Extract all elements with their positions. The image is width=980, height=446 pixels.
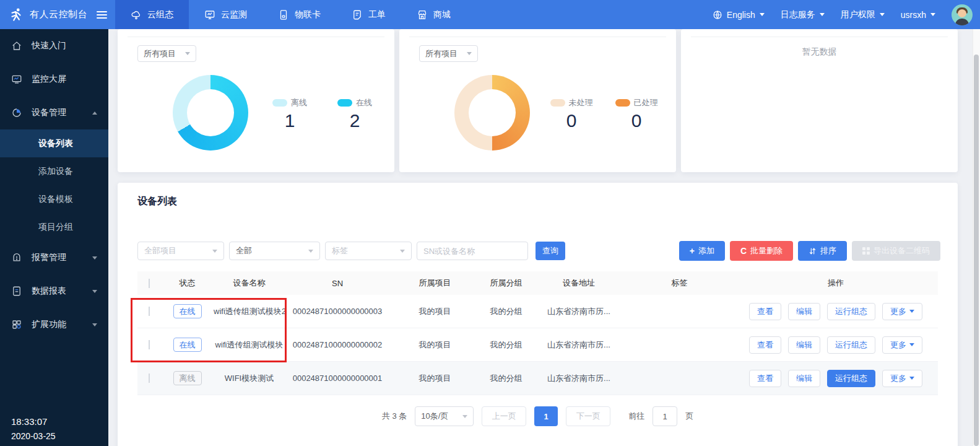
view-button[interactable]: 查看 bbox=[749, 336, 781, 354]
account-menu[interactable]: usrsxh bbox=[901, 10, 935, 20]
panel-title: 设备列表 bbox=[137, 195, 177, 208]
device-table: 状态 设备名称 SN 所属项目 所属分组 设备地址 标签 操作 在线 wifi透… bbox=[137, 271, 938, 395]
tag-select[interactable]: 标签 bbox=[325, 242, 412, 260]
plus-icon: + bbox=[690, 246, 695, 256]
device-status-card: 所有项目 离线 1 在线 2 bbox=[118, 29, 394, 172]
scope-select[interactable]: 全部 bbox=[229, 242, 320, 260]
run-config-button[interactable]: 运行组态 bbox=[827, 336, 875, 354]
edit-button[interactable]: 编辑 bbox=[788, 336, 820, 354]
table-row: 在线 wifi透传组测试模块2 00024871000000000003 我的项… bbox=[137, 295, 938, 328]
alarm-icon bbox=[11, 252, 22, 263]
legend-processed: 已处理 0 bbox=[612, 97, 661, 131]
more-label: 更多 bbox=[890, 306, 906, 317]
chevron-down-icon bbox=[760, 13, 765, 16]
project-filter-value: 所有项目 bbox=[144, 48, 176, 59]
online-count: 2 bbox=[350, 110, 360, 131]
run-config-button[interactable]: 运行组态 bbox=[827, 303, 875, 320]
scrollbar-track[interactable] bbox=[973, 29, 980, 446]
sidebar-subitem-add-device[interactable]: 添加设备 bbox=[0, 157, 108, 185]
sidebar-item-alarm-manage[interactable]: 报警管理 bbox=[0, 241, 108, 274]
select-all-checkbox[interactable] bbox=[149, 279, 150, 288]
card-divider bbox=[128, 37, 384, 37]
row-checkbox[interactable] bbox=[149, 374, 150, 383]
nav-tab-work-order[interactable]: 工单 bbox=[336, 0, 401, 29]
sidebar-item-extensions[interactable]: 扩展功能 bbox=[0, 308, 108, 341]
nav-tabs: 云组态 云监测 物联卡 工单 bbox=[115, 0, 466, 29]
project-select[interactable]: 全部项目 bbox=[137, 242, 224, 260]
device-list-panel: 设备列表 全部项目 全部 标签 查询 + 添加 C bbox=[118, 183, 958, 446]
current-page-button[interactable]: 1 bbox=[534, 406, 558, 426]
sidebar-item-device-manage[interactable]: 设备管理 bbox=[0, 96, 108, 129]
add-button[interactable]: + 添加 bbox=[679, 241, 725, 261]
edit-button[interactable]: 编辑 bbox=[788, 303, 820, 320]
sidebar-subitem-label: 项目分组 bbox=[38, 222, 73, 233]
export-qr-button[interactable]: 导出设备二维码 bbox=[852, 241, 940, 261]
device-address: 山东省济南市历... bbox=[532, 339, 625, 351]
chevron-up-icon bbox=[92, 112, 97, 115]
status-badge: 在线 bbox=[173, 338, 202, 352]
menu-toggle-icon[interactable] bbox=[97, 11, 107, 19]
jump-page-input[interactable] bbox=[653, 406, 677, 426]
jump-prefix: 前往 bbox=[628, 411, 644, 422]
nav-tab-cloud-config[interactable]: 云组态 bbox=[115, 0, 189, 29]
prev-page-button[interactable]: 上一页 bbox=[482, 406, 526, 426]
project-filter-select[interactable]: 所有项目 bbox=[419, 45, 478, 62]
avatar[interactable] bbox=[952, 4, 973, 25]
sidebar-item-quick-start[interactable]: 快速入门 bbox=[0, 29, 108, 63]
legend-label: 已处理 bbox=[634, 97, 658, 108]
user-permission-menu[interactable]: 用户权限 bbox=[841, 9, 885, 20]
legend-unprocessed: 未处理 0 bbox=[547, 97, 596, 131]
chevron-down-icon bbox=[930, 13, 935, 16]
project-filter-select[interactable]: 所有项目 bbox=[137, 45, 196, 62]
nav-tab-mall[interactable]: 商城 bbox=[401, 0, 466, 29]
chevron-down-icon bbox=[308, 250, 313, 253]
sidebar-item-big-screen[interactable]: 监控大屏 bbox=[0, 63, 108, 96]
sidebar-subitem-device-list[interactable]: 设备列表 bbox=[0, 129, 108, 157]
row-checkbox[interactable] bbox=[149, 340, 150, 349]
nav-tab-iot-card[interactable]: 物联卡 bbox=[262, 0, 336, 29]
big-screen-icon bbox=[11, 74, 22, 85]
sidebar-subitem-device-template[interactable]: 设备模板 bbox=[0, 185, 108, 213]
online-swatch-icon bbox=[337, 99, 352, 107]
more-button[interactable]: 更多 bbox=[882, 336, 922, 354]
sidebar-item-data-report[interactable]: 数据报表 bbox=[0, 274, 108, 308]
next-page-button[interactable]: 下一页 bbox=[566, 406, 610, 426]
device-name: wifi透传组测试模块 bbox=[214, 339, 285, 351]
search-input[interactable] bbox=[417, 242, 528, 260]
device-group: 我的分组 bbox=[480, 306, 532, 317]
col-status: 状态 bbox=[161, 278, 214, 289]
sort-button[interactable]: 排序 bbox=[798, 241, 847, 261]
sidebar-clock: 18:33:07 2020-03-25 bbox=[11, 416, 56, 441]
batch-delete-button[interactable]: C 批量删除 bbox=[730, 241, 793, 261]
alarm-status-donut-chart bbox=[454, 75, 530, 151]
chevron-down-icon bbox=[92, 323, 97, 326]
sidebar-subitem-project-group[interactable]: 项目分组 bbox=[0, 213, 108, 241]
more-button[interactable]: 更多 bbox=[882, 370, 922, 387]
language-label: English bbox=[727, 10, 755, 20]
chevron-down-icon bbox=[462, 415, 467, 418]
page-size-select[interactable]: 10条/页 bbox=[415, 406, 474, 426]
offline-count: 1 bbox=[285, 110, 295, 131]
iot-card-icon bbox=[278, 9, 289, 20]
nav-tab-cloud-monitor[interactable]: 云监测 bbox=[189, 0, 262, 29]
brand[interactable]: 有人云控制台 bbox=[0, 0, 115, 29]
col-project: 所属项目 bbox=[390, 278, 480, 289]
log-service-menu[interactable]: 日志服务 bbox=[781, 9, 825, 20]
query-button[interactable]: 查询 bbox=[536, 242, 565, 260]
view-button[interactable]: 查看 bbox=[749, 303, 781, 320]
device-sn: 00024871000000000001 bbox=[285, 374, 390, 383]
table-row: 在线 wifi透传组测试模块 00024871000000000002 我的项目… bbox=[137, 328, 938, 362]
nav-tab-label: 云监测 bbox=[221, 9, 247, 20]
scrollbar-thumb[interactable] bbox=[974, 55, 979, 446]
tag-select-placeholder: 标签 bbox=[332, 245, 348, 256]
row-checkbox[interactable] bbox=[149, 307, 150, 316]
sort-label: 排序 bbox=[820, 245, 836, 256]
language-switcher[interactable]: English bbox=[713, 10, 765, 20]
edit-button[interactable]: 编辑 bbox=[788, 370, 820, 387]
more-label: 更多 bbox=[890, 339, 906, 351]
more-label: 更多 bbox=[890, 373, 906, 384]
report-icon bbox=[11, 286, 22, 297]
more-button[interactable]: 更多 bbox=[882, 303, 922, 320]
view-button[interactable]: 查看 bbox=[749, 370, 781, 387]
run-config-button[interactable]: 运行组态 bbox=[827, 370, 875, 387]
